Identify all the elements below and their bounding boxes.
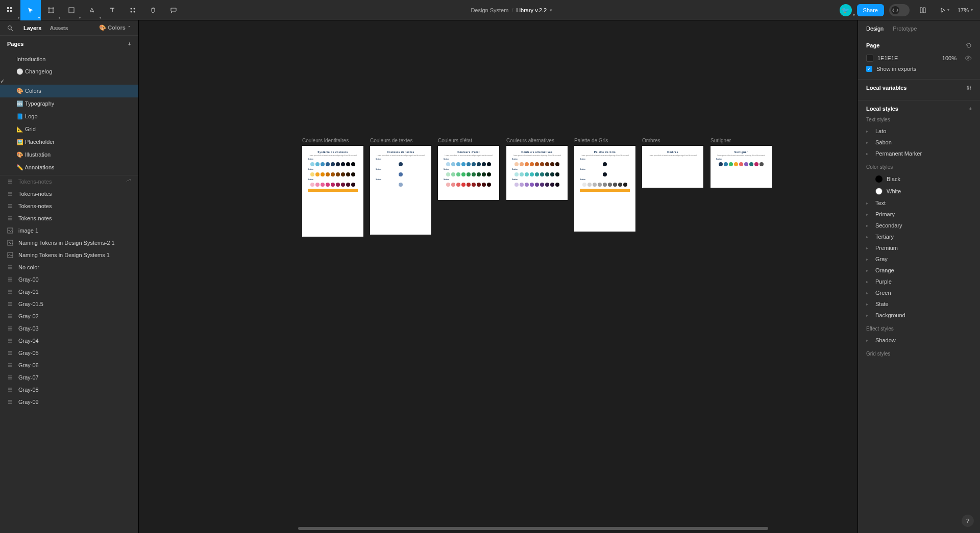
show-in-exports-row[interactable]: ✓ Show in exports: [866, 64, 972, 74]
tab-prototype[interactable]: Prototype: [893, 26, 917, 32]
color-style-item[interactable]: ▸Premium: [866, 242, 972, 253]
page-item[interactable]: 📘 Logo: [0, 110, 138, 123]
frame-label[interactable]: Couleurs identitaires: [302, 138, 349, 143]
shape-tool[interactable]: ▾: [61, 0, 82, 20]
layer-item[interactable]: Naming Tokens in Design Systems 1: [0, 249, 138, 261]
layer-item[interactable]: Gray-00: [0, 273, 138, 286]
color-style-item[interactable]: ▸Orange: [866, 265, 972, 276]
text-style-item[interactable]: ▸Permanent Marker: [866, 148, 972, 159]
frame-tool[interactable]: ▾: [41, 0, 61, 20]
layer-item[interactable]: Tokens-notes: [0, 188, 138, 200]
move-tool[interactable]: ▾: [20, 0, 41, 20]
chevron-right-icon: ▸: [866, 246, 871, 250]
color-style-item[interactable]: ▸Gray: [866, 253, 972, 265]
share-button[interactable]: Share: [857, 4, 884, 16]
layer-item[interactable]: Gray-02: [0, 310, 138, 322]
page-item[interactable]: ⚪ Changelog: [0, 65, 138, 78]
frame-label[interactable]: Ombres: [642, 138, 660, 143]
frame-label[interactable]: Couleurs alternatives: [506, 138, 554, 143]
page-item[interactable]: Introduction: [0, 53, 138, 65]
layer-item[interactable]: Gray-01.5: [0, 298, 138, 310]
layer-item[interactable]: Tokens-notes: [0, 175, 138, 188]
layer-item[interactable]: Gray-06: [0, 359, 138, 371]
add-style-button[interactable]: +: [969, 106, 972, 112]
layer-item[interactable]: Gray-07: [0, 371, 138, 384]
page-item[interactable]: 📐 Grid: [0, 123, 138, 136]
page-item[interactable]: 🔤 Typography: [0, 97, 138, 110]
canvas-frame[interactable]: Couleurs d'étatCouleurs d'étatLorem ipsu…: [438, 146, 499, 200]
horizontal-scrollbar[interactable]: [298, 527, 851, 530]
file-breadcrumb[interactable]: Design System / Library v.2.2 ▾: [184, 7, 840, 13]
resources-tool[interactable]: [122, 0, 143, 20]
variables-settings-icon[interactable]: [966, 85, 972, 91]
canvas-frame[interactable]: Couleurs alternativesCouleurs alternativ…: [506, 146, 568, 200]
avatar[interactable]: 🐦▾: [840, 4, 852, 16]
canvas-frame[interactable]: Couleurs identitairesSystème de couleurs…: [302, 146, 363, 237]
layer-item[interactable]: Naming Tokens in Design Systems-2 1: [0, 237, 138, 249]
tab-assets[interactable]: Assets: [50, 25, 68, 31]
effect-style-item[interactable]: ▸Shadow: [866, 335, 972, 346]
text-style-item[interactable]: ▸Sabon: [866, 137, 972, 148]
color-style-item[interactable]: Black: [866, 173, 972, 185]
tab-layers[interactable]: Layers: [23, 25, 41, 31]
page-item[interactable]: 🎨 Illustration: [0, 148, 138, 161]
color-style-item[interactable]: ▸Primary: [866, 209, 972, 220]
frame-label[interactable]: Couleurs d'état: [438, 138, 472, 143]
color-style-item[interactable]: ▸Tertiary: [866, 231, 972, 242]
pen-tool[interactable]: ▾: [82, 0, 102, 20]
canvas-frame[interactable]: SurlignerSurlignerLorem ipsum dolor sit …: [710, 146, 772, 188]
library-icon[interactable]: [915, 2, 931, 18]
tab-design[interactable]: Design: [866, 26, 884, 32]
page-item[interactable]: 🎨 Colors: [0, 85, 138, 97]
layer-item[interactable]: Tokens-notes: [0, 200, 138, 212]
add-page-button[interactable]: +: [128, 41, 131, 47]
text-tool[interactable]: [102, 0, 122, 20]
page-item[interactable]: ✏️ Annotations: [0, 161, 138, 174]
section-icon: [7, 374, 14, 380]
background-color-row[interactable]: 1E1E1E 100%: [866, 53, 972, 64]
canvas-frame[interactable]: Couleurs de textesCouleurs de textesLore…: [370, 146, 431, 235]
main-menu[interactable]: ▾: [0, 0, 20, 20]
zoom-control[interactable]: 17% ▾: [958, 7, 973, 13]
canvas[interactable]: SurlignerSurlignerLorem ipsum dolor sit …: [139, 20, 857, 533]
hand-tool[interactable]: [143, 0, 163, 20]
search-icon[interactable]: [7, 25, 13, 31]
color-swatch: [477, 162, 481, 166]
canvas-frame[interactable]: OmbresOmbresLorem ipsum dolor sit amet c…: [642, 146, 703, 188]
canvas-frame[interactable]: Palette de GrisPalette de GrisLorem ipsu…: [574, 146, 635, 232]
chevron-down-icon[interactable]: ▾: [550, 8, 552, 13]
color-style-item[interactable]: White: [866, 185, 972, 197]
color-style-item[interactable]: ▸Purple: [866, 276, 972, 287]
eye-icon[interactable]: [965, 55, 972, 62]
rotate-icon[interactable]: [966, 42, 972, 48]
frame-label[interactable]: Couleurs de textes: [370, 138, 412, 143]
checkbox-checked[interactable]: ✓: [866, 66, 872, 72]
layer-item[interactable]: Gray-05: [0, 347, 138, 359]
layer-item[interactable]: Gray-03: [0, 322, 138, 335]
layer-item[interactable]: image 1: [0, 224, 138, 237]
color-style-item[interactable]: ▸Background: [866, 310, 972, 321]
text-style-item[interactable]: ▸Lato: [866, 125, 972, 137]
layer-label: Gray-08: [18, 387, 39, 393]
comment-tool[interactable]: [163, 0, 184, 20]
goto-icon[interactable]: [125, 179, 131, 185]
page-item[interactable]: 🖼️ Placeholder: [0, 136, 138, 148]
local-variables-label: Local variables: [866, 85, 907, 91]
layer-item[interactable]: Gray-01: [0, 286, 138, 298]
layer-item[interactable]: Gray-09: [0, 396, 138, 408]
page-selector[interactable]: 🎨 Colors ⌃: [99, 24, 131, 31]
help-button[interactable]: ?: [962, 515, 974, 527]
scrollbar-thumb[interactable]: [298, 527, 768, 530]
frame-label[interactable]: Surligner: [710, 138, 731, 143]
dev-mode-toggle[interactable]: [889, 4, 910, 16]
color-style-item[interactable]: ▸Secondary: [866, 220, 972, 231]
layer-item[interactable]: Gray-04: [0, 335, 138, 347]
frame-label[interactable]: Palette de Gris: [574, 138, 608, 143]
present-icon[interactable]: ▾: [936, 2, 952, 18]
layer-item[interactable]: Tokens-notes: [0, 212, 138, 224]
color-style-item[interactable]: ▸Green: [866, 287, 972, 298]
layer-item[interactable]: Gray-08: [0, 384, 138, 396]
color-style-item[interactable]: ▸Text: [866, 197, 972, 209]
layer-item[interactable]: No color: [0, 261, 138, 273]
color-style-item[interactable]: ▸State: [866, 298, 972, 310]
